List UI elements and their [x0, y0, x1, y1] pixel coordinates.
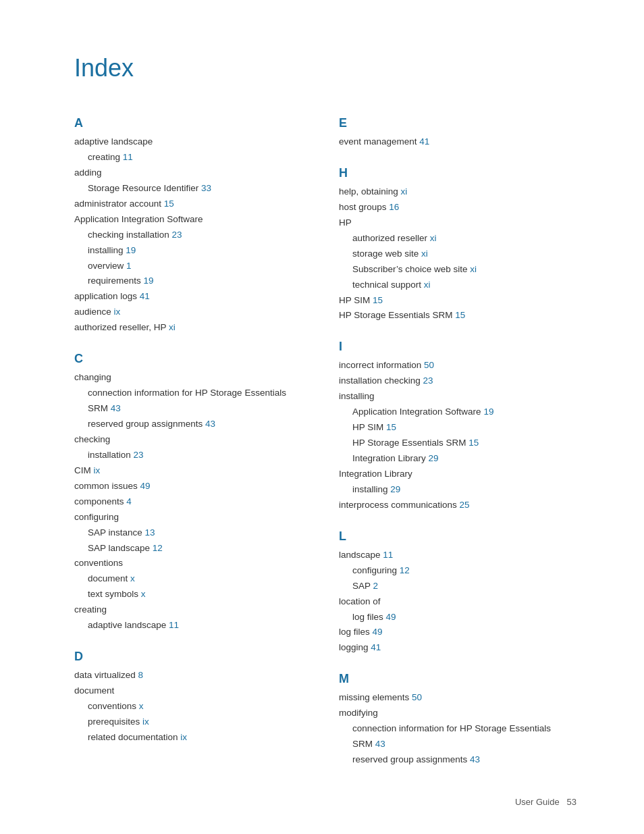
index-entry: SAP instance 13 — [74, 525, 312, 541]
index-entry: missing elements 50 — [339, 690, 576, 706]
page-number: 12 — [400, 565, 410, 575]
index-entry: connection information for HP Storage Es… — [74, 386, 312, 417]
index-entry: Integration Library — [339, 467, 576, 482]
index-entry: connection information for HP Storage Es… — [339, 721, 576, 752]
index-entry: configuring 12 — [339, 563, 576, 579]
index-entry: event management 41 — [339, 134, 576, 150]
section-letter: D — [74, 650, 312, 664]
section-letter: A — [74, 116, 312, 130]
page-number: x — [130, 573, 135, 583]
page-number: 43 — [205, 419, 215, 429]
page-number: 23 — [172, 230, 182, 240]
index-entry: authorized reseller, HP xi — [74, 320, 312, 336]
index-entry: conventions x — [74, 699, 312, 714]
index-content: Aadaptive landscapecreating 11addingStor… — [74, 116, 576, 784]
index-entry: HP SIM 15 — [339, 293, 576, 309]
index-entry: document — [74, 683, 312, 699]
index-section: Hhelp, obtaining xihost groups 16HPautho… — [339, 166, 576, 323]
footer-label: User Guide — [515, 797, 560, 807]
index-entry: technical support xi — [339, 278, 576, 293]
index-entry: common issues 49 — [74, 479, 312, 494]
index-entry: adaptive landscape — [74, 134, 312, 150]
page-number: 23 — [423, 375, 433, 386]
index-entry: interprocess communications 25 — [339, 498, 576, 513]
index-entry: checking installation 23 — [74, 228, 312, 243]
index-section: Eevent management 41 — [339, 116, 576, 150]
index-entry: Storage Resource Identifier 33 — [74, 181, 312, 197]
page-number: 29 — [429, 453, 439, 463]
index-entry: installing 19 — [74, 243, 312, 259]
index-entry: location of — [339, 594, 576, 610]
index-section: Mmissing elements 50modifyingconnection … — [339, 672, 576, 768]
index-entry: log files 49 — [339, 625, 576, 640]
page-number: xi — [169, 322, 176, 332]
index-entry: administrator account 15 — [74, 197, 312, 212]
index-entry: Application Integration Software — [74, 212, 312, 228]
page-number: 12 — [153, 543, 163, 553]
page-number: 49 — [373, 627, 383, 637]
page-number: 50 — [412, 692, 422, 702]
page-number: 15 — [455, 310, 465, 320]
index-entry: authorized reseller xi — [339, 231, 576, 246]
page-number: 15 — [468, 438, 479, 448]
page-number: 43 — [111, 403, 121, 413]
index-entry: conventions — [74, 556, 312, 571]
index-section: Llandscape 11configuring 12SAP 2location… — [339, 529, 576, 656]
page-number: 43 — [470, 754, 480, 764]
section-letter: L — [339, 529, 576, 544]
index-entry: landscape 11 — [339, 548, 576, 563]
page-number: 2 — [373, 581, 379, 591]
index-entry: HP — [339, 215, 576, 231]
page-number: xi — [421, 249, 428, 259]
page-number: 11 — [383, 550, 393, 560]
page-number: 1 — [126, 261, 132, 271]
index-entry: text symbols x — [74, 587, 312, 602]
right-column: Eevent management 41Hhelp, obtaining xih… — [339, 116, 576, 784]
page-number: xi — [430, 233, 437, 243]
index-entry: CIM ix — [74, 463, 312, 479]
index-entry: installing 29 — [339, 482, 576, 498]
page-number: 41 — [419, 136, 429, 147]
index-entry: reserved group assignments 43 — [74, 417, 312, 432]
index-entry: changing — [74, 370, 312, 386]
page-number: 25 — [460, 500, 470, 510]
section-letter: C — [74, 352, 312, 366]
page-number: 19 — [126, 245, 136, 255]
page-number: 15 — [373, 295, 383, 305]
page-number: 11 — [169, 620, 179, 630]
index-entry: configuring — [74, 510, 312, 525]
page-number: 13 — [145, 527, 155, 538]
index-entry: modifying — [339, 706, 576, 721]
page-number: 41 — [371, 642, 381, 652]
page-number: 19 — [144, 276, 154, 286]
index-entry: document x — [74, 571, 312, 587]
index-entry: reserved group assignments 43 — [339, 752, 576, 768]
index-entry: Integration Library 29 — [339, 451, 576, 467]
index-entry: Subscriber’s choice web site xi — [339, 262, 576, 278]
page-number: xi — [470, 264, 477, 274]
section-letter: E — [339, 116, 576, 130]
page-number: ix — [114, 307, 121, 317]
page-number: 19 — [483, 407, 493, 417]
index-section: Aadaptive landscapecreating 11addingStor… — [74, 116, 312, 336]
page-number: 8 — [138, 670, 144, 680]
index-entry: adding — [74, 165, 312, 181]
section-letter: I — [339, 340, 576, 354]
footer-page: 53 — [567, 797, 576, 807]
page-number: ix — [180, 732, 187, 742]
index-entry: adaptive landscape 11 — [74, 618, 312, 633]
left-column: Aadaptive landscapecreating 11addingStor… — [74, 116, 312, 784]
page-number: 41 — [140, 291, 150, 301]
index-entry: SAP 2 — [339, 579, 576, 594]
index-entry: data virtualized 8 — [74, 668, 312, 683]
index-section: Iincorrect information 50installation ch… — [339, 340, 576, 513]
page-title: Index — [74, 54, 576, 82]
index-entry: Application Integration Software 19 — [339, 405, 576, 420]
page-number: x — [141, 589, 146, 599]
page-number: 50 — [424, 360, 434, 370]
page-number: ix — [142, 716, 149, 727]
index-entry: host groups 16 — [339, 200, 576, 215]
index-entry: storage web site xi — [339, 246, 576, 262]
index-entry: HP Storage Essentials SRM 15 — [339, 436, 576, 451]
section-letter: M — [339, 672, 576, 686]
